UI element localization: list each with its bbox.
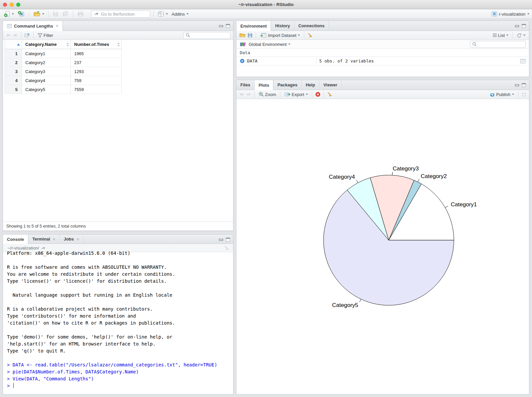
environment-object-row[interactable]: DATA 5 obs. of 2 variables	[236, 57, 529, 65]
project-menu[interactable]: R r-visualization	[491, 11, 529, 17]
save-workspace-icon[interactable]	[247, 33, 253, 38]
data-viewer-search-input[interactable]	[192, 33, 228, 38]
tab-packages[interactable]: Packages	[273, 80, 302, 90]
data-viewer-tabstrip: Command Lengths ×	[3, 21, 233, 31]
save-button[interactable]	[52, 10, 60, 18]
category-name-cell: Category1	[22, 49, 71, 58]
zoom-magnifier-icon	[259, 92, 264, 97]
tab-command-lengths[interactable]: Command Lengths ×	[3, 21, 63, 31]
list-view-icon	[492, 33, 497, 37]
remove-plot-icon[interactable]	[315, 92, 321, 97]
data-viewer-search[interactable]	[183, 32, 230, 39]
maximize-pane-icon[interactable]	[226, 238, 230, 242]
row-index-cell: 1	[5, 49, 22, 58]
category-name-cell: Category3	[22, 67, 71, 76]
data-viewer-toolbar: Filter	[3, 31, 233, 40]
close-tab-icon[interactable]: ×	[56, 23, 59, 29]
row-index-cell: 3	[5, 67, 22, 76]
forward-icon[interactable]	[13, 33, 18, 37]
clear-environment-broom-icon[interactable]	[307, 33, 313, 38]
scope-label: Global Environment	[249, 42, 287, 47]
refresh-environment-button[interactable]	[516, 32, 526, 39]
new-file-button[interactable]	[3, 10, 15, 18]
pie-label-tick	[418, 179, 419, 182]
goto-directory-icon[interactable]	[41, 246, 46, 250]
filter-button[interactable]: Filter	[37, 32, 54, 39]
close-tab-icon[interactable]: ×	[76, 237, 79, 242]
tab-history[interactable]: History	[271, 21, 294, 31]
environment-tabstrip: Environment History Connections	[236, 21, 529, 31]
table-row: 1Category11965	[5, 49, 122, 58]
console-output-line: Type 'demo()' for some demos, 'help()' f…	[7, 334, 233, 341]
environment-view-mode-button[interactable]: List	[491, 32, 509, 39]
next-plot-icon[interactable]	[246, 92, 251, 96]
zoom-plot-button[interactable]: Zoom	[258, 91, 277, 98]
maximize-pane-icon[interactable]	[522, 24, 526, 28]
toolbar-separator	[48, 11, 49, 17]
toolbar-separator	[73, 11, 73, 17]
pie-label-tick	[392, 172, 393, 175]
console-tabstrip: Console Terminal × Jobs ×	[3, 235, 233, 244]
console-prompt-line[interactable]: >	[7, 382, 233, 389]
project-name-label: r-visualization	[499, 12, 525, 17]
tab-files[interactable]: Files	[236, 80, 255, 90]
save-icon	[53, 11, 59, 17]
back-icon[interactable]	[6, 33, 11, 37]
tab-viewer[interactable]: Viewer	[320, 80, 342, 90]
expand-object-icon[interactable]	[240, 58, 245, 63]
column-header-category-name[interactable]: Category.Name	[22, 40, 71, 49]
pie-label-tick	[356, 180, 358, 183]
previous-plot-icon[interactable]	[239, 92, 244, 96]
goto-file-search[interactable]	[91, 10, 150, 18]
number-of-times-cell: 759	[71, 76, 122, 85]
environment-section-header: Data	[236, 49, 529, 57]
maximize-pane-icon[interactable]	[522, 83, 526, 87]
addins-button[interactable]: Addins	[171, 11, 190, 17]
svg-text:R: R	[493, 12, 496, 16]
clear-console-broom-icon[interactable]	[224, 245, 230, 250]
new-project-button[interactable]: R	[17, 10, 26, 18]
minimize-pane-icon[interactable]	[515, 83, 519, 87]
console-output-line: Natural language support but running in …	[7, 292, 233, 299]
open-in-new-window-icon[interactable]	[24, 33, 30, 38]
load-workspace-folder-icon[interactable]	[239, 33, 246, 38]
console-output[interactable]: Platform: x86_64-apple-darwin15.6.0 (64-…	[3, 250, 233, 389]
maximize-pane-icon[interactable]	[226, 24, 230, 28]
minimize-pane-icon[interactable]	[515, 24, 519, 28]
tab-label: Environment	[240, 24, 267, 29]
clear-all-plots-broom-icon[interactable]	[327, 92, 333, 97]
tab-help[interactable]: Help	[302, 80, 319, 90]
open-file-button[interactable]	[32, 10, 45, 18]
close-tab-icon[interactable]: ×	[53, 237, 56, 242]
environment-search[interactable]	[470, 41, 526, 48]
print-button[interactable]	[76, 10, 85, 18]
minimize-pane-icon[interactable]	[219, 24, 223, 28]
save-all-button[interactable]	[61, 10, 70, 18]
tab-terminal[interactable]: Terminal ×	[28, 235, 60, 244]
tab-jobs[interactable]: Jobs ×	[60, 235, 84, 244]
minimize-pane-icon[interactable]	[219, 238, 223, 241]
toolbar-separator	[512, 32, 513, 39]
console-output-line: Type 'q()' to quit R.	[7, 347, 233, 354]
tab-connections[interactable]: Connections	[294, 21, 329, 31]
pane-layout-button[interactable]	[157, 10, 169, 18]
export-plot-button[interactable]: Export	[283, 91, 309, 98]
refresh-plot-icon[interactable]	[521, 92, 526, 97]
tab-plots[interactable]: Plots	[255, 80, 274, 90]
goto-file-input[interactable]	[101, 12, 144, 17]
environment-scope-selector[interactable]: Global Environment	[248, 41, 291, 48]
import-dataset-button[interactable]: Import Dataset	[259, 32, 301, 39]
environment-search-input[interactable]	[478, 42, 523, 47]
tab-console[interactable]: Console	[3, 235, 28, 244]
view-data-grid-icon[interactable]	[520, 59, 526, 63]
category-name-cell: Category4	[22, 76, 71, 85]
publish-button[interactable]: Publish	[488, 91, 515, 98]
filter-label: Filter	[44, 33, 53, 38]
environment-pane: Environment History Connections Import D…	[236, 21, 529, 77]
row-index-header[interactable]	[5, 40, 22, 49]
data-table: Category.Name Number.of.Times 1Category1…	[5, 40, 122, 94]
tab-environment[interactable]: Environment	[236, 21, 271, 31]
column-header-number-of-times[interactable]: Number.of.Times	[71, 40, 122, 49]
filter-funnel-icon	[38, 33, 43, 38]
addins-label: Addins	[172, 12, 185, 17]
